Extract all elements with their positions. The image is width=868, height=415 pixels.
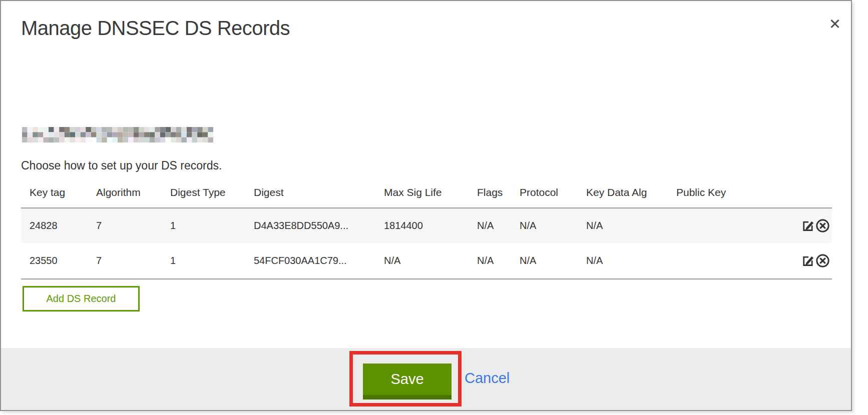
add-ds-record-button[interactable]: Add DS Record [23,286,140,312]
delete-circle-x-icon [815,227,830,234]
delete-record-button[interactable] [815,218,830,233]
ds-records-table: Key tag Algorithm Digest Type Digest Max… [21,182,832,280]
cell-public-key [676,243,784,279]
cell-digest: D4A33E8DD550A9... [254,208,384,243]
edit-record-button[interactable] [801,254,815,268]
cell-digest-type: 1 [170,208,254,243]
delete-circle-x-icon [815,262,830,270]
close-icon[interactable]: ✕ [825,14,845,34]
cell-public-key [676,208,784,243]
cell-protocol: N/A [520,208,586,243]
table-header-row: Key tag Algorithm Digest Type Digest Max… [21,182,832,208]
cell-protocol: N/A [520,243,586,279]
edit-pencil-square-icon [801,262,815,269]
cell-algorithm: 7 [96,208,170,243]
dialog-title: Manage DNSSEC DS Records [21,17,290,40]
cell-key-data-alg: N/A [586,243,676,279]
delete-record-button[interactable] [815,254,830,268]
col-header-digest-type: Digest Type [170,182,254,208]
cell-key-tag: 23550 [21,243,96,279]
col-header-algorithm: Algorithm [96,182,170,208]
col-header-public-key: Public Key [676,182,784,208]
cell-algorithm: 7 [96,243,170,279]
col-header-digest: Digest [254,182,384,208]
table-row: 24828 7 1 D4A33E8DD550A9... 1814400 N/A … [21,208,832,243]
row-actions [784,243,832,279]
pixelated-domain-mosaic [22,127,213,142]
edit-record-button[interactable] [801,219,815,232]
row-actions [784,208,832,243]
cell-max-sig-life: N/A [384,243,477,279]
cell-key-tag: 24828 [21,208,96,243]
cell-digest-type: 1 [170,243,254,279]
domain-name-redacted [22,127,213,142]
cancel-link[interactable]: Cancel [465,370,510,386]
col-header-flags: Flags [477,182,520,208]
intro-text: Choose how to set up your DS records. [21,159,222,172]
cell-digest: 54FCF030AA1C79... [254,243,384,279]
col-header-key-tag: Key tag [21,182,96,208]
cell-max-sig-life: 1814400 [384,208,477,243]
save-button[interactable]: Save [363,364,452,400]
edit-pencil-square-icon [801,226,815,234]
col-header-max-sig-life: Max Sig Life [384,182,477,208]
table-row: 23550 7 1 54FCF030AA1C79... N/A N/A N/A … [21,243,832,279]
col-header-key-data-alg: Key Data Alg [586,182,676,208]
col-header-actions [784,182,832,208]
dnssec-dialog: Manage DNSSEC DS Records ✕ Choose how to… [0,0,852,411]
cell-key-data-alg: N/A [586,208,676,243]
cell-flags: N/A [477,243,520,279]
cell-flags: N/A [477,208,520,243]
col-header-protocol: Protocol [520,182,586,208]
